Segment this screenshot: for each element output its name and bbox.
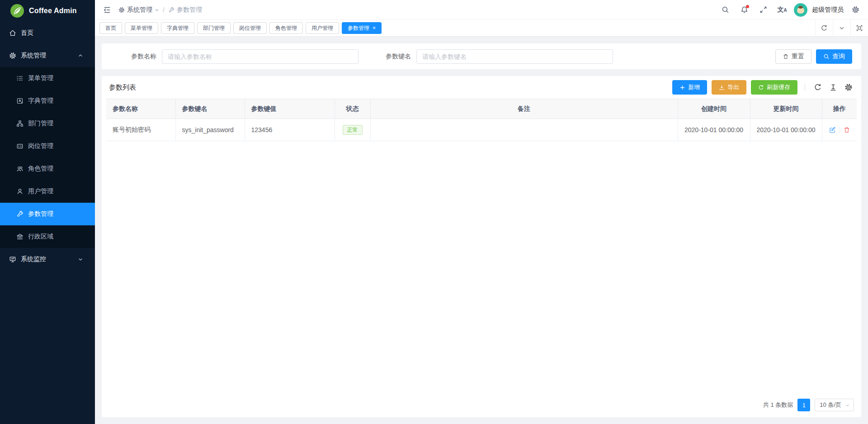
sidebar-item-label: 系统监控 (21, 255, 46, 263)
menu-fold-icon (103, 6, 111, 14)
col-actions: 操作 (822, 99, 857, 119)
tab-dept-mgmt[interactable]: 部门管理 (197, 22, 231, 34)
breadcrumb-label: 参数管理 (177, 6, 202, 14)
page-size-select[interactable]: 10 条/页 (815, 399, 854, 411)
monitor-icon (9, 256, 16, 263)
cell-update-time: 2020-10-01 00:00:00 (750, 119, 822, 141)
reset-button[interactable]: 重置 (775, 49, 811, 64)
sidebar-item-label: 参数管理 (28, 210, 53, 218)
cell-remark (370, 119, 678, 141)
sidebar-item-dict-mgmt[interactable]: 字典管理 (0, 90, 95, 112)
tab-menu-dropdown-button[interactable] (833, 20, 850, 36)
refresh-tab-button[interactable] (815, 20, 833, 36)
sidebar-item-label: 行政区域 (28, 233, 53, 241)
tab-param-mgmt[interactable]: 参数管理 × (342, 22, 382, 34)
sidebar-item-param-mgmt[interactable]: 参数管理 (0, 203, 95, 225)
sidebar-collapse-button[interactable] (100, 3, 114, 17)
reset-label: 重置 (792, 52, 804, 61)
tab-close-icon[interactable]: × (373, 25, 376, 31)
download-icon (719, 85, 725, 91)
gear-icon (844, 83, 853, 91)
tab-role-mgmt[interactable]: 角色管理 (269, 22, 303, 34)
language-button[interactable]: 文A (775, 3, 789, 17)
table-row: 账号初始密码 sys_init_password 123456 正常 2020-… (106, 119, 857, 141)
query-button[interactable]: 查询 (816, 49, 852, 64)
bank-icon (16, 233, 24, 240)
tab-post-mgmt[interactable]: 岗位管理 (233, 22, 267, 34)
col-param-value: 参数键值 (245, 99, 335, 119)
sidebar-item-role-mgmt[interactable]: 角色管理 (0, 157, 95, 180)
refresh-cache-label: 刷新缓存 (767, 83, 790, 91)
tab-bar: 首页 菜单管理 字典管理 部门管理 岗位管理 角色管理 用户管理 参数管理 × (95, 20, 868, 37)
breadcrumb-item-param-mgmt: 参数管理 (168, 6, 202, 14)
sidebar-item-user-mgmt[interactable]: 用户管理 (0, 180, 95, 203)
app-title: Coffee Admin (29, 7, 77, 15)
chevron-down-icon (77, 257, 84, 262)
cell-param-name: 账号初始密码 (106, 119, 175, 141)
chevron-down-icon (839, 25, 845, 31)
tab-home[interactable]: 首页 (99, 22, 122, 34)
column-settings-button[interactable] (843, 82, 854, 93)
param-key-form-item: 参数键名 (386, 49, 613, 64)
avatar[interactable] (794, 3, 807, 17)
tab-dict-mgmt[interactable]: 字典管理 (161, 22, 194, 34)
sidebar-item-admin-region[interactable]: 行政区域 (0, 225, 95, 248)
user-name[interactable]: 超级管理员 (812, 6, 844, 14)
status-badge: 正常 (343, 125, 363, 135)
sidebar-item-system-monitor[interactable]: 系统监控 (0, 248, 95, 271)
notifications-button[interactable] (737, 3, 751, 17)
roles-icon (16, 165, 24, 172)
card-header: 参数列表 新增 导出 刷新缓存 (102, 76, 861, 99)
col-remark: 备注 (370, 99, 678, 119)
cell-status: 正常 (335, 119, 370, 141)
text-size-icon (829, 83, 837, 91)
toolbar-divider (805, 84, 805, 91)
search-icon (722, 6, 729, 14)
tab-user-mgmt[interactable]: 用户管理 (306, 22, 339, 34)
sidebar-menu: 首页 系统管理 菜单管理 字典管理 部门管理 (0, 22, 95, 271)
export-label: 导出 (727, 83, 739, 91)
system-mgmt-submenu: 菜单管理 字典管理 部门管理 岗位管理 角色管理 (0, 67, 95, 248)
tab-menu-mgmt[interactable]: 菜单管理 (125, 22, 158, 34)
fullscreen-button[interactable] (756, 3, 770, 17)
breadcrumb: 系统管理 / 参数管理 (118, 6, 202, 14)
sidebar-item-home[interactable]: 首页 (0, 22, 95, 44)
sidebar-item-label: 字典管理 (28, 97, 53, 105)
content-fullscreen-button[interactable] (850, 20, 868, 36)
export-button[interactable]: 导出 (712, 80, 746, 95)
gear-icon (852, 6, 859, 14)
notification-badge (746, 5, 749, 8)
trash-icon (783, 53, 789, 60)
breadcrumb-separator: / (163, 6, 165, 14)
settings-button[interactable] (848, 3, 863, 17)
param-name-input[interactable] (162, 49, 359, 64)
sidebar-item-post-mgmt[interactable]: 岗位管理 (0, 135, 95, 157)
refresh-cache-button[interactable]: 刷新缓存 (751, 80, 797, 95)
edit-row-button[interactable] (829, 126, 836, 133)
cell-actions (822, 119, 857, 141)
table-size-button[interactable] (828, 82, 839, 93)
refresh-table-button[interactable] (812, 82, 823, 93)
search-icon (823, 53, 830, 60)
sidebar-item-system-mgmt[interactable]: 系统管理 (0, 44, 95, 67)
col-param-name: 参数名称 (106, 99, 175, 119)
sidebar-item-label: 角色管理 (28, 165, 53, 173)
sidebar-item-menu-mgmt[interactable]: 菜单管理 (0, 67, 95, 90)
param-name-label: 参数名称 (131, 52, 156, 61)
sidebar-item-label: 菜单管理 (28, 74, 53, 82)
search-button[interactable] (718, 3, 732, 17)
fullscreen-icon (760, 6, 767, 14)
tab-label: 用户管理 (311, 24, 333, 32)
sidebar-item-label: 系统管理 (21, 52, 46, 60)
logo[interactable]: Coffee Admin (0, 0, 95, 22)
card-title: 参数列表 (109, 83, 136, 92)
sidebar-item-label: 部门管理 (28, 119, 53, 128)
delete-row-button[interactable] (843, 126, 850, 133)
add-button[interactable]: 新增 (672, 80, 707, 95)
sidebar-item-dept-mgmt[interactable]: 部门管理 (0, 112, 95, 135)
breadcrumb-item-system-mgmt[interactable]: 系统管理 (118, 6, 159, 14)
tab-label: 岗位管理 (239, 24, 261, 32)
param-key-input[interactable] (416, 49, 613, 64)
page-1-button[interactable]: 1 (797, 399, 810, 411)
chevron-up-icon (77, 53, 84, 58)
